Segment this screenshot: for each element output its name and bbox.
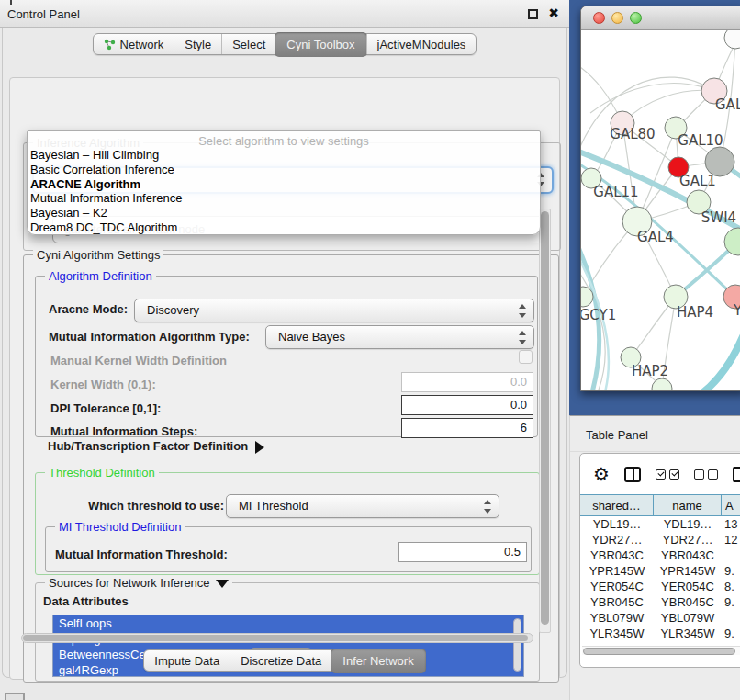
tab-network-label: Network: [120, 38, 164, 51]
dpi-tolerance-field[interactable]: 0.0: [401, 395, 533, 415]
table-row[interactable]: YDL19…YDL19…13: [580, 516, 740, 532]
tab-cyni-toolbox-label: Cyni Toolbox: [286, 38, 354, 51]
table-cell: YBR043C: [654, 548, 722, 563]
cyni-algorithm-settings-group: Cyni Algorithm Settings Algorithm Defini…: [23, 254, 559, 683]
mi-steps-field[interactable]: 6: [401, 418, 533, 438]
tab-jactivemnodules[interactable]: jActiveMNodules: [366, 34, 477, 54]
aracne-mode-label: Aracne Mode:: [49, 302, 128, 316]
dropdown-item[interactable]: Bayesian – K2: [28, 206, 540, 220]
zoom-traffic-light-icon[interactable]: [630, 12, 642, 24]
collapse-down-icon: [216, 580, 229, 588]
table-cell: YLR345W: [654, 626, 722, 641]
dropdown-item[interactable]: Basic Correlation Inference: [28, 163, 540, 177]
mi-threshold-group: MI Threshold Definition Mutual Informati…: [45, 526, 532, 572]
sources-group-title[interactable]: Sources for Network Inference: [45, 576, 232, 590]
minimize-traffic-light-icon[interactable]: [611, 12, 623, 24]
dropdown-item[interactable]: Bayesian – Hill Climbing: [28, 148, 540, 163]
table-row[interactable]: YIL052CYIL052C9: [580, 641, 740, 644]
network-view-window[interactable]: GALGAL80GAL10GAL1GAL11SWI4GAL4GCY1HAP4YH…: [580, 6, 740, 391]
network-node[interactable]: [724, 30, 740, 49]
node-label: GAL11: [593, 184, 638, 200]
aracne-mode-combobox[interactable]: Discovery: [134, 299, 534, 322]
table-cell: YDL19…: [580, 516, 654, 532]
stepper-icon: [518, 304, 527, 318]
gear-icon[interactable]: ⚙: [593, 465, 610, 483]
which-threshold-value: MI Threshold: [239, 499, 308, 513]
table-cell: YLR345W: [580, 626, 654, 641]
hub-definition-label: Hub/Transcription Factor Definition: [48, 439, 248, 453]
table-cell: YER054C: [580, 579, 654, 594]
column-header-partial[interactable]: A: [722, 495, 740, 515]
table-row[interactable]: YER054CYER054C8.: [580, 579, 740, 594]
table-row[interactable]: YLR345WYLR345W9.: [580, 626, 740, 641]
table-row[interactable]: YDR27…YDR27…12: [580, 532, 740, 548]
table-row[interactable]: YPR145WYPR145W9.: [580, 563, 740, 579]
table-cell: YDR27…: [654, 532, 722, 548]
node-label: GAL80: [610, 126, 655, 142]
sources-title-text: Sources for Network Inference: [49, 576, 210, 590]
float-window-icon[interactable]: [528, 9, 538, 19]
network-icon: [104, 39, 116, 51]
tab-style[interactable]: Style: [174, 34, 221, 54]
column-header-name[interactable]: name: [654, 495, 722, 515]
table-cell: 9.: [722, 594, 740, 610]
table-cell: YPR145W: [654, 563, 722, 579]
node-label: GAL1: [679, 173, 716, 189]
select-all-icon[interactable]: [656, 469, 679, 480]
table-cell: YBR045C: [580, 594, 654, 610]
table-cell: 13: [722, 516, 740, 532]
table-cell: YDR27…: [580, 532, 654, 548]
dropdown-item[interactable]: Mutual Information Inference: [28, 191, 540, 206]
control-panel-title: Control Panel: [7, 7, 80, 21]
table-toolbar: ⚙: [580, 454, 740, 494]
column-header-shared-name[interactable]: shared…: [580, 495, 654, 515]
dpi-tolerance-value: 0.0: [510, 398, 527, 412]
table-row[interactable]: YBR045CYBR045C9.: [580, 594, 740, 610]
tab-impute-data[interactable]: Impute Data: [144, 650, 230, 671]
tab-select[interactable]: Select: [221, 34, 275, 54]
stepper-icon: [483, 500, 492, 514]
close-traffic-light-icon[interactable]: [593, 12, 605, 24]
table-horizontal-scrollbar[interactable]: [582, 646, 740, 655]
deselect-all-icon[interactable]: [694, 469, 718, 480]
export-table-icon[interactable]: [733, 467, 740, 482]
which-threshold-combobox[interactable]: MI Threshold: [226, 494, 499, 518]
table-cell: YBL079W: [654, 610, 722, 626]
table-cell: YBL079W: [580, 610, 654, 626]
tab-network[interactable]: Network: [94, 34, 174, 54]
algorithm-definition-title: Algorithm Definition: [45, 269, 156, 283]
node-label: GAL10: [678, 132, 723, 149]
data-attributes-label: Data Attributes: [43, 594, 129, 608]
mi-threshold-field[interactable]: 0.5: [398, 542, 527, 562]
minimized-panel-button[interactable]: [5, 693, 25, 700]
network-canvas[interactable]: GALGAL80GAL10GAL1GAL11SWI4GAL4GCY1HAP4YH…: [581, 30, 740, 391]
mi-threshold-group-title: MI Threshold Definition: [55, 520, 185, 534]
table-row[interactable]: YBL079WYBL079W: [580, 610, 740, 626]
mi-type-combobox[interactable]: Naive Bayes: [265, 325, 534, 349]
stepper-icon: [518, 331, 527, 344]
table-panel-title: Table Panel: [586, 428, 648, 442]
close-icon[interactable]: ✖: [548, 6, 559, 20]
tab-infer-network[interactable]: Infer Network: [331, 649, 425, 673]
expand-right-icon: [255, 441, 264, 454]
table-row[interactable]: YBR043CYBR043C: [580, 548, 740, 563]
settings-horizontal-scrollbar[interactable]: [21, 633, 533, 643]
attribute-item-selected[interactable]: SelfLoops: [53, 615, 523, 631]
network-edge[interactable]: [622, 90, 714, 123]
kernel-width-field[interactable]: 0.0: [401, 372, 533, 392]
algorithm-definition-group: Algorithm Definition Aracne Mode: Discov…: [35, 276, 538, 437]
tab-discretize-data[interactable]: Discretize Data: [230, 650, 331, 671]
tab-cyni-toolbox[interactable]: Cyni Toolbox: [275, 32, 366, 57]
cyni-algorithm-settings-title: Cyni Algorithm Settings: [33, 248, 163, 262]
settings-vertical-scrollbar[interactable]: [539, 209, 551, 633]
table-cell: [722, 548, 740, 563]
dropdown-item[interactable]: ARACNE Algorithm: [28, 177, 540, 192]
node-label: GAL4: [637, 229, 674, 245]
hub-definition-toggle[interactable]: Hub/Transcription Factor Definition: [48, 439, 264, 454]
network-window-titlebar[interactable]: [581, 6, 740, 30]
dropdown-item[interactable]: Dream8 DC_TDC Algorithm: [28, 220, 540, 235]
show-columns-icon[interactable]: [624, 467, 641, 482]
manual-kernel-checkbox[interactable]: [519, 350, 533, 364]
mi-threshold-value: 0.5: [504, 545, 521, 559]
table-panel: Table Panel ⚙ shared… name A YDL19…YDL19…: [569, 415, 740, 700]
